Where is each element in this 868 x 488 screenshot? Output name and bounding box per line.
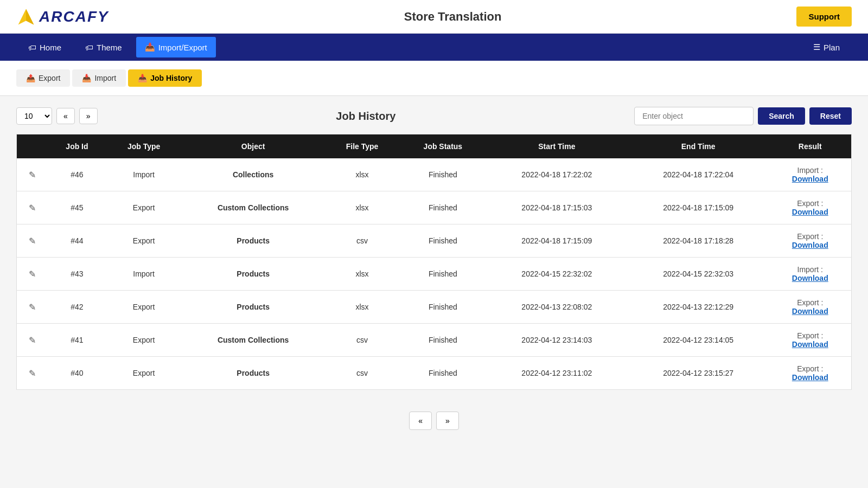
result-type-label: Export : xyxy=(797,331,823,340)
table-title: Job History xyxy=(336,110,395,123)
row-file-type: csv xyxy=(324,324,399,357)
result-type-label: Export : xyxy=(797,364,823,373)
bottom-next-button[interactable]: » xyxy=(436,412,459,430)
download-link[interactable]: Download xyxy=(775,208,846,216)
row-edit-icon[interactable]: ✎ xyxy=(17,224,48,258)
page-title: Store Translation xyxy=(404,10,502,24)
table-row: ✎ #40 Export Products csv Finished 2022-… xyxy=(17,357,852,390)
support-button[interactable]: Support xyxy=(796,7,852,27)
col-job-type: Job Type xyxy=(106,134,182,159)
row-job-status: Finished xyxy=(400,224,486,258)
result-type-label: Import : xyxy=(797,166,823,175)
row-file-type: csv xyxy=(324,224,399,258)
row-end-time: 2022-04-12 23:14:05 xyxy=(628,324,769,357)
row-file-type: xlsx xyxy=(324,258,399,291)
row-end-time: 2022-04-13 22:12:29 xyxy=(628,291,769,324)
nav-theme-label: Theme xyxy=(97,43,122,52)
nav-item-home[interactable]: 🏷 Home xyxy=(16,34,73,61)
row-edit-icon[interactable]: ✎ xyxy=(17,291,48,324)
col-start-time: Start Time xyxy=(486,134,628,159)
tab-jobhistory[interactable]: 📥 Job History xyxy=(128,69,202,87)
nav-item-theme[interactable]: 🏷 Theme xyxy=(73,34,134,61)
table-row: ✎ #41 Export Custom Collections csv Fini… xyxy=(17,324,852,357)
row-job-status: Finished xyxy=(400,258,486,291)
row-job-status: Finished xyxy=(400,158,486,191)
col-job-status: Job Status xyxy=(400,134,486,159)
page-size-select[interactable]: 10 25 50 100 xyxy=(16,107,52,125)
result-type-label: Export : xyxy=(797,298,823,307)
row-result: Import : Download xyxy=(769,258,852,291)
next-page-button[interactable]: » xyxy=(79,108,98,124)
col-file-type: File Type xyxy=(324,134,399,159)
row-result: Export : Download xyxy=(769,191,852,224)
row-job-type: Export xyxy=(106,357,182,390)
row-start-time: 2022-04-18 17:15:03 xyxy=(486,191,628,224)
row-start-time: 2022-04-12 23:14:03 xyxy=(486,324,628,357)
row-end-time: 2022-04-18 17:22:04 xyxy=(628,158,769,191)
logo: ARCAFY xyxy=(16,7,109,27)
nav-item-importexport[interactable]: 📥 Import/Export xyxy=(136,37,216,57)
row-result: Export : Download xyxy=(769,324,852,357)
prev-page-button[interactable]: « xyxy=(56,108,75,124)
row-edit-icon[interactable]: ✎ xyxy=(17,258,48,291)
nav-left: 🏷 Home 🏷 Theme 📥 Import/Export xyxy=(16,34,218,61)
download-link[interactable]: Download xyxy=(775,274,846,282)
row-result: Export : Download xyxy=(769,357,852,390)
row-job-type: Export xyxy=(106,224,182,258)
plan-icon: ☰ xyxy=(813,42,820,52)
search-input[interactable] xyxy=(634,107,754,125)
import-tab-label: Import xyxy=(94,74,116,82)
row-start-time: 2022-04-18 17:15:09 xyxy=(486,224,628,258)
top-header: ARCAFY Store Translation Support xyxy=(0,0,868,34)
row-start-time: 2022-04-12 23:11:02 xyxy=(486,357,628,390)
tab-import[interactable]: 📥 Import xyxy=(72,69,126,87)
table-body: ✎ #46 Import Collections xlsx Finished 2… xyxy=(17,158,852,390)
row-object: Custom Collections xyxy=(182,191,324,224)
download-link[interactable]: Download xyxy=(775,241,846,249)
bottom-prev-button[interactable]: « xyxy=(409,412,432,430)
row-file-type: xlsx xyxy=(324,158,399,191)
row-end-time: 2022-04-12 23:15:27 xyxy=(628,357,769,390)
search-button[interactable]: Search xyxy=(758,107,805,125)
download-link[interactable]: Download xyxy=(775,175,846,183)
reset-button[interactable]: Reset xyxy=(809,107,852,125)
row-edit-icon[interactable]: ✎ xyxy=(17,158,48,191)
row-edit-icon[interactable]: ✎ xyxy=(17,324,48,357)
export-tab-icon: 📤 xyxy=(26,74,35,82)
tab-export[interactable]: 📤 Export xyxy=(16,69,70,87)
row-job-status: Finished xyxy=(400,291,486,324)
result-type-label: Export : xyxy=(797,199,823,208)
nav-item-plan[interactable]: ☰ Plan xyxy=(801,34,852,61)
result-type-label: Import : xyxy=(797,265,823,274)
table-row: ✎ #44 Export Products csv Finished 2022-… xyxy=(17,224,852,258)
row-job-id: #46 xyxy=(48,158,106,191)
row-object: Products xyxy=(182,224,324,258)
download-link[interactable]: Download xyxy=(775,340,846,349)
logo-svg xyxy=(16,7,36,27)
importexport-icon: 📥 xyxy=(145,42,155,52)
nav-home-label: Home xyxy=(40,43,61,52)
bottom-pager: « » xyxy=(0,401,868,441)
row-object: Custom Collections xyxy=(182,324,324,357)
row-start-time: 2022-04-15 22:32:02 xyxy=(486,258,628,291)
row-object: Products xyxy=(182,357,324,390)
controls-left: 10 25 50 100 « » xyxy=(16,107,98,125)
row-job-type: Export xyxy=(106,191,182,224)
table-row: ✎ #42 Export Products xlsx Finished 2022… xyxy=(17,291,852,324)
row-edit-icon[interactable]: ✎ xyxy=(17,191,48,224)
svg-marker-1 xyxy=(26,9,34,24)
nav-plan-label: Plan xyxy=(824,43,840,52)
table-row: ✎ #46 Import Collections xlsx Finished 2… xyxy=(17,158,852,191)
row-result: Export : Download xyxy=(769,224,852,258)
sub-tabs: 📤 Export 📥 Import 📥 Job History xyxy=(0,61,868,96)
col-icon xyxy=(17,134,48,159)
nav-bar: 🏷 Home 🏷 Theme 📥 Import/Export ☰ Plan xyxy=(0,34,868,61)
row-file-type: xlsx xyxy=(324,191,399,224)
row-job-status: Finished xyxy=(400,324,486,357)
nav-importexport-label: Import/Export xyxy=(158,43,207,52)
row-job-id: #40 xyxy=(48,357,106,390)
download-link[interactable]: Download xyxy=(775,373,846,382)
row-end-time: 2022-04-15 22:32:03 xyxy=(628,258,769,291)
row-edit-icon[interactable]: ✎ xyxy=(17,357,48,390)
download-link[interactable]: Download xyxy=(775,307,846,316)
